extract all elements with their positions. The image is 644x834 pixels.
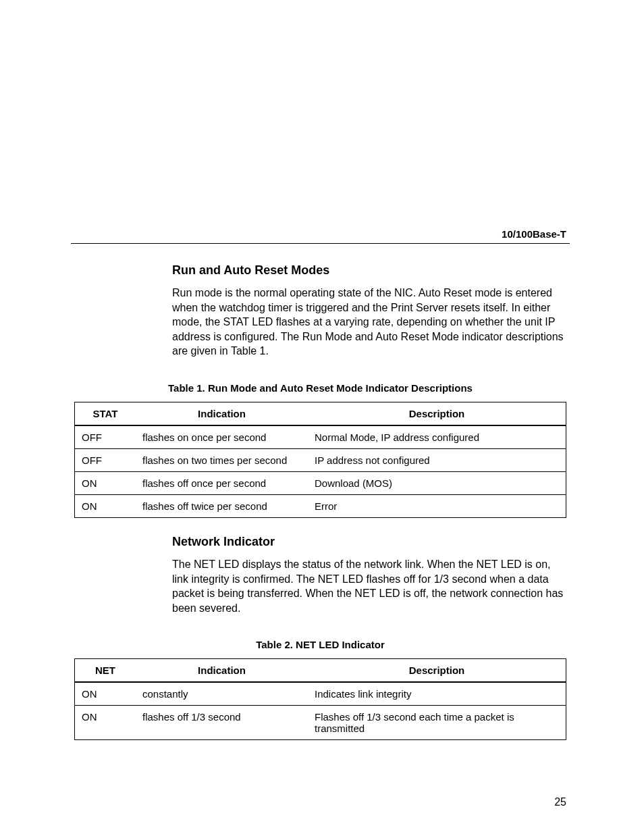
table2-header-c1: NET xyxy=(75,659,136,683)
table-row: OFF flashes on once per second Normal Mo… xyxy=(75,425,566,449)
table2-header-c3: Description xyxy=(308,659,566,683)
table1-header-c2: Indication xyxy=(136,402,308,425)
table2: NET Indication Description ON constantly… xyxy=(74,658,566,740)
cell: Download (MOS) xyxy=(308,471,566,494)
cell: flashes on two times per second xyxy=(136,448,308,471)
table1-header-c1: STAT xyxy=(75,402,136,425)
cell: IP address not configured xyxy=(308,448,566,471)
section1-heading: Run and Auto Reset Modes xyxy=(172,263,566,278)
header-rule xyxy=(71,243,570,244)
cell: ON xyxy=(75,494,136,517)
cell: ON xyxy=(75,471,136,494)
cell: OFF xyxy=(75,448,136,471)
cell: Error xyxy=(308,494,566,517)
table-row: ON flashes off once per second Download … xyxy=(75,471,566,494)
cell: Normal Mode, IP address configured xyxy=(308,425,566,449)
section1-body: Run mode is the normal operating state o… xyxy=(172,286,566,359)
cell: ON xyxy=(75,682,136,706)
cell: flashes on once per second xyxy=(136,425,308,449)
document-page: 10/100Base-T Run and Auto Reset Modes Ru… xyxy=(0,0,644,834)
section2-body: The NET LED displays the status of the n… xyxy=(172,557,566,615)
table2-caption: Table 2. NET LED Indicator xyxy=(74,639,566,650)
table1-caption: Table 1. Run Mode and Auto Reset Mode In… xyxy=(74,382,566,394)
table-row: OFF flashes on two times per second IP a… xyxy=(75,448,566,471)
table2-header-row: NET Indication Description xyxy=(75,659,566,683)
cell: flashes off once per second xyxy=(136,471,308,494)
table-row: ON flashes off twice per second Error xyxy=(75,494,566,517)
cell: flashes off twice per second xyxy=(136,494,308,517)
cell: Flashes off 1/3 second each time a packe… xyxy=(308,706,566,740)
cell: Indicates link integrity xyxy=(308,682,566,706)
table-row: ON constantly Indicates link integrity xyxy=(75,682,566,706)
header-label: 10/100Base-T xyxy=(502,228,566,240)
section2-heading: Network Indicator xyxy=(172,535,566,549)
cell: constantly xyxy=(136,682,308,706)
cell: flashes off 1/3 second xyxy=(136,706,308,740)
cell: OFF xyxy=(75,425,136,449)
table1: STAT Indication Description OFF flashes … xyxy=(74,402,566,518)
table2-header-c2: Indication xyxy=(136,659,308,683)
table-row: ON flashes off 1/3 second Flashes off 1/… xyxy=(75,706,566,740)
cell: ON xyxy=(75,706,136,740)
table1-header-c3: Description xyxy=(308,402,566,425)
page-number: 25 xyxy=(554,796,566,808)
table1-header-row: STAT Indication Description xyxy=(75,402,566,425)
content-area: Run and Auto Reset Modes Run mode is the… xyxy=(172,263,566,740)
